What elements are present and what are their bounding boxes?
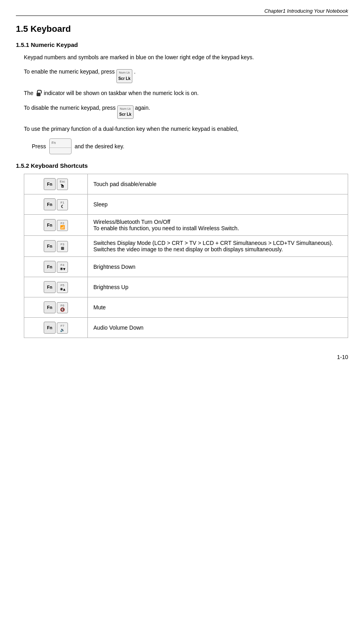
fn-key: Fn [44, 322, 56, 334]
f3-key: F3 ⊞ [57, 241, 68, 252]
shortcut-desc-cell: Sleep [88, 194, 348, 214]
fn-key: Fn [44, 281, 56, 293]
table-row: Fn F5 ☀▴ Brightness Up [24, 277, 348, 297]
fn-f2-combo: Fn F2 📶 [44, 219, 68, 231]
f4-key: F4 ☀▾ [57, 262, 68, 273]
footer: 1-10 [16, 354, 348, 360]
and-desired-key-label: and the desired key. [75, 142, 124, 151]
para-enable: To enable the numeric keypad, press Num … [24, 67, 348, 83]
shortcut-key-cell: Fn F1 ☾ [24, 194, 88, 214]
subsection-1-5-1-title: 1.5.1 Numeric Keypad [16, 41, 348, 48]
table-row: Fn F4 ☀▾ Brightness Down [24, 256, 348, 277]
fn-key: Fn [44, 240, 56, 252]
fn-key: Fn [44, 301, 56, 313]
numlk-key-disable: Num Lk Scr Lk [117, 105, 134, 119]
numlk-key-enable: Num Lk Scr Lk [116, 69, 133, 83]
table-row: Fn F7 🔉 Audio Volume Down [24, 317, 348, 338]
shortcut-desc-cell: Brightness Up [88, 277, 348, 297]
fn-key: Fn [44, 178, 56, 190]
fn-f1-combo: Fn F1 ☾ [44, 198, 68, 210]
fn-key-large: Fn [49, 138, 72, 154]
numlk-key: Num Lk Scr Lk [116, 69, 133, 83]
numlk-key-2: Num Lk Scr Lk [117, 105, 134, 119]
lock-icon [36, 90, 41, 96]
shortcut-desc-cell: Switches Display Mode (LCD > CRT > TV > … [88, 235, 348, 256]
fn-f4-combo: Fn F4 ☀▾ [44, 261, 68, 273]
shortcut-key-cell: Fn F5 ☀▴ [24, 277, 88, 297]
press-label: Press [32, 142, 46, 151]
header-title: Chapter1 Introducing Your Notebook [264, 8, 348, 14]
table-row: Fn F1 ☾ Sleep [24, 194, 348, 214]
para-primary: To use the primary function of a dual-fu… [24, 124, 348, 133]
fn-f6-combo: Fn F6 🔇 [44, 301, 68, 313]
fn-key: Fn [44, 219, 56, 231]
f2-key: F2 📶 [57, 220, 68, 231]
page-header: Chapter1 Introducing Your Notebook [16, 8, 348, 16]
fn-key: Fn [44, 261, 56, 273]
table-row: Fn Esc 🖱 Touch pad disable/enable [24, 174, 348, 194]
shortcut-desc-cell: Touch pad disable/enable [88, 174, 348, 194]
para-disable: To disable the numeric keypad, press Num… [24, 103, 348, 119]
f5-key: F5 ☀▴ [57, 282, 68, 293]
table-row: Fn F6 🔇 Mute [24, 297, 348, 317]
shortcut-key-cell: Fn F7 🔉 [24, 317, 88, 338]
para-1: Keypad numbers and symbols are marked in… [24, 53, 348, 62]
section-title: 1.5 Keyboard [16, 24, 348, 34]
fn-f7-combo: Fn F7 🔉 [44, 322, 68, 334]
f7-key: F7 🔉 [57, 322, 68, 334]
shortcut-desc-cell: Brightness Down [88, 256, 348, 277]
fn-f3-combo: Fn F3 ⊞ [44, 240, 68, 252]
fn-f5-combo: Fn F5 ☀▴ [44, 281, 68, 293]
f1-key: F1 ☾ [57, 199, 68, 210]
shortcut-desc-cell: Mute [88, 297, 348, 317]
shortcuts-table: Fn Esc 🖱 Touch pad disable/enable Fn [24, 174, 348, 338]
para-indicator: The indicator will be shown on taskbar w… [24, 89, 348, 97]
shortcut-desc-cell: Audio Volume Down [88, 317, 348, 338]
f6-key: F6 🔇 [57, 302, 68, 313]
shortcut-key-cell: Fn F4 ☀▾ [24, 256, 88, 277]
fn-esc-combo: Fn Esc 🖱 [44, 178, 68, 190]
shortcut-key-cell: Fn F6 🔇 [24, 297, 88, 317]
shortcut-key-cell: Fn Esc 🖱 [24, 174, 88, 194]
page-number: 1-10 [337, 354, 348, 360]
table-row: Fn F2 📶 Wireless/Bluetooth Turn On/Off T… [24, 214, 348, 235]
fn-key: Fn [44, 198, 56, 210]
table-row: Fn F3 ⊞ Switches Display Mode (LCD > CRT… [24, 235, 348, 256]
numeric-keypad-content: Keypad numbers and symbols are marked in… [24, 53, 348, 154]
esc-key: Esc 🖱 [57, 179, 68, 190]
shortcut-key-cell: Fn F3 ⊞ [24, 235, 88, 256]
subsection-1-5-2-title: 1.5.2 Keyboard Shortcuts [16, 162, 348, 169]
shortcut-desc-cell: Wireless/Bluetooth Turn On/Off To enable… [88, 214, 348, 235]
shortcut-key-cell: Fn F2 📶 [24, 214, 88, 235]
shortcuts-section: Fn Esc 🖱 Touch pad disable/enable Fn [24, 174, 348, 338]
fn-key-image-block: Press Fn and the desired key. [32, 138, 348, 154]
